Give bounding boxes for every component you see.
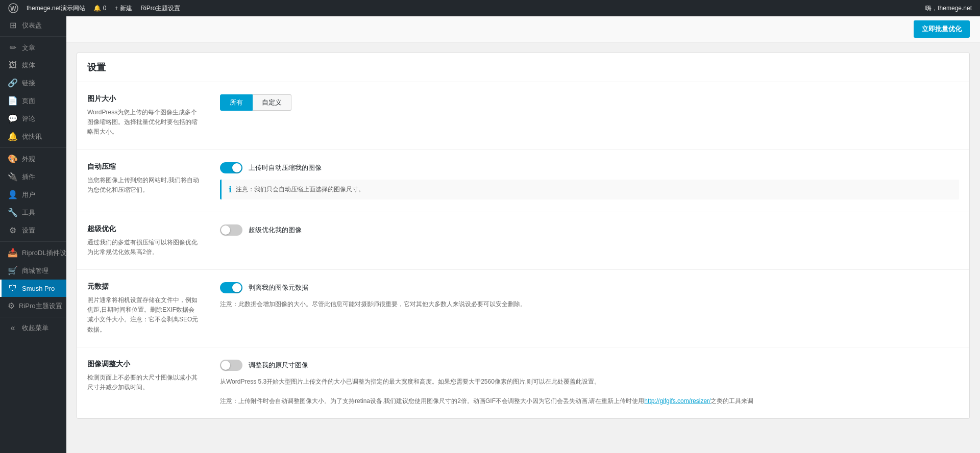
settings-icon: ⚙ (8, 225, 18, 235)
image-resize-note: 从WordPress 5.3开始大型图片上传文件的大小已调整为指定的最大宽度和高… (220, 377, 959, 407)
metadata-row: 元数据 照片通常将相机设置存储在文件中，例如焦距,日期时间和位置。删除EXIF数… (77, 270, 969, 347)
bulk-optimize-button[interactable]: 立即批量优化 (914, 20, 970, 38)
metadata-right: 剥离我的图像元数据 注意：此数据会增加图像的大小。尽管此信息可能对摄影师很重要，… (220, 282, 959, 309)
menu-separator-3 (0, 241, 66, 242)
image-resize-right: 调整我的原尺寸图像 从WordPress 5.3开始大型图片上传文件的大小已调整… (220, 360, 959, 407)
sidebar-item-settings-label: 设置 (22, 226, 35, 235)
image-size-row: 图片大小 WordPress为您上传的每个图像生成多个图像缩略图。选择批量优化时… (77, 82, 969, 150)
sidebar-item-comments-label: 评论 (22, 114, 35, 123)
auto-compress-title: 自动压缩 (87, 162, 200, 171)
sidebar-item-users-label: 用户 (22, 190, 35, 199)
image-resize-left: 图像调整大小 检测页面上不必要的大尺寸图像以减小其尺寸并减少加载时间。 (87, 360, 200, 392)
size-btn-custom[interactable]: 自定义 (253, 94, 291, 111)
wp-logo-link[interactable]: W (4, 3, 22, 13)
smush-icon: 🛡 (8, 284, 18, 293)
settings-wrap: 设置 图片大小 WordPress为您上传的每个图像生成多个图像缩略图。选择批量… (66, 42, 980, 439)
sidebar-item-updates-label: 优快讯 (22, 132, 42, 141)
sidebar-item-plugins[interactable]: 🔌 插件 (0, 168, 66, 186)
admin-bar: W themege.net演示网站 🔔 0 + 新建 RiPro主题设置 嗨，t… (0, 0, 980, 16)
sidebar-item-updates[interactable]: 🔔 优快讯 (0, 128, 66, 145)
top-action-bar: 立即批量优化 (66, 16, 980, 42)
appearance-icon: 🎨 (8, 154, 18, 164)
metadata-toggle[interactable] (220, 282, 242, 293)
notification-count: 0 (103, 5, 107, 12)
auto-compress-toggle-row: 上传时自动压缩我的图像 (220, 162, 959, 173)
user-label: 嗨，themege.net (925, 4, 972, 13)
sidebar-item-tools-label: 工具 (22, 208, 35, 217)
super-optimize-toggle-label: 超级优化我的图像 (249, 225, 302, 235)
image-resize-toggle-row: 调整我的原尺寸图像 (220, 360, 959, 371)
sidebar-item-links[interactable]: 🔗 链接 (0, 74, 66, 92)
notifications-link[interactable]: 🔔 0 (89, 5, 111, 12)
menu-list: ⊞ 仪表盘 ✏ 文章 🖼 媒体 🔗 链接 📄 页面 💬 评论 (0, 16, 66, 337)
sidebar-item-tools[interactable]: 🔧 工具 (0, 204, 66, 221)
sidebar-item-smush-label: Smush Pro (22, 285, 55, 292)
super-optimize-toggle-row: 超级优化我的图像 (220, 224, 959, 236)
sidebar-item-appearance[interactable]: 🎨 外观 (0, 150, 66, 168)
metadata-toggle-row: 剥离我的图像元数据 (220, 282, 959, 293)
image-resize-toggle[interactable] (220, 360, 242, 371)
ripro-link[interactable]: RiPro主题设置 (136, 4, 184, 13)
sidebar-item-ripro-theme[interactable]: ⚙ RiPro主题设置 (0, 297, 66, 315)
new-content-link[interactable]: + 新建 (110, 4, 136, 13)
sidebar-item-shop[interactable]: 🛒 商城管理 (0, 262, 66, 280)
site-name-text: themege.net演示网站 (27, 4, 85, 13)
image-resize-slider (220, 360, 242, 371)
image-resize-row: 图像调整大小 检测页面上不必要的大尺寸图像以减小其尺寸并减少加载时间。 调整我的… (77, 347, 969, 419)
sidebar-item-settings[interactable]: ⚙ 设置 (0, 221, 66, 239)
sidebar-item-posts[interactable]: ✏ 文章 (0, 39, 66, 57)
sidebar-item-ripro-theme-label: RiPro主题设置 (19, 301, 62, 311)
sidebar-item-appearance-label: 外观 (22, 155, 35, 164)
resize-tool-link[interactable]: http://gifgifs.com/resizer/ (644, 397, 710, 405)
image-size-right: 所有 自定义 (220, 94, 959, 111)
auto-compress-note: 注意：我们只会自动压缩上面选择的图像尺寸。 (236, 185, 364, 194)
comments-icon: 💬 (8, 114, 18, 123)
auto-compress-info-box: ℹ 注意：我们只会自动压缩上面选择的图像尺寸。 (220, 180, 959, 199)
new-content-label: 新建 (120, 4, 132, 13)
sidebar-item-collapse[interactable]: « 收起菜单 (0, 319, 66, 337)
ripro-label: RiPro主题设置 (140, 4, 180, 13)
tools-icon: 🔧 (8, 208, 18, 217)
auto-compress-toggle-label: 上传时自动压缩我的图像 (249, 163, 322, 172)
collapse-icon: « (8, 323, 18, 333)
auto-compress-toggle[interactable] (220, 162, 242, 173)
super-optimize-toggle[interactable] (220, 224, 242, 236)
sidebar-item-media-label: 媒体 (22, 61, 35, 70)
metadata-note: 注意：此数据会增加图像的大小。尽管此信息可能对摄影师很重要，它对其他大多数人来说… (220, 299, 959, 309)
size-btn-all[interactable]: 所有 (220, 94, 253, 111)
sidebar-item-shop-label: 商城管理 (22, 266, 48, 275)
sidebar-item-riprodl[interactable]: 📥 RiproDL插件设置 (0, 244, 66, 262)
sidebar-item-smush[interactable]: 🛡 Smush Pro (0, 280, 66, 297)
user-greeting[interactable]: 嗨，themege.net (921, 4, 976, 13)
image-size-description: WordPress为您上传的每个图像生成多个图像缩略图。选择批量优化时要包括的缩… (87, 108, 200, 137)
site-name-link[interactable]: themege.net演示网站 (22, 4, 89, 13)
sidebar: ⊞ 仪表盘 ✏ 文章 🖼 媒体 🔗 链接 📄 页面 💬 评论 (0, 16, 66, 453)
auto-compress-description: 当您将图像上传到您的网站时,我们将自动为您优化和压缩它们。 (87, 175, 200, 195)
super-optimize-title: 超级优化 (87, 224, 200, 234)
sidebar-item-dashboard[interactable]: ⊞ 仪表盘 (0, 16, 66, 34)
super-optimize-right: 超级优化我的图像 (220, 224, 959, 242)
sidebar-item-pages[interactable]: 📄 页面 (0, 92, 66, 110)
dashboard-icon: ⊞ (8, 20, 18, 30)
metadata-title: 元数据 (87, 282, 200, 291)
plugins-icon: 🔌 (8, 172, 18, 182)
menu-separator-2 (0, 147, 66, 148)
sidebar-item-links-label: 链接 (22, 79, 35, 88)
super-optimize-row: 超级优化 通过我们的多道有损压缩可以将图像优化为比常规优化效果高2倍。 超级优化… (77, 212, 969, 270)
sidebar-item-riprodl-label: RiproDL插件设置 (22, 248, 66, 258)
super-optimize-slider (220, 224, 242, 236)
sidebar-item-comments[interactable]: 💬 评论 (0, 110, 66, 128)
updates-icon: 🔔 (8, 132, 18, 141)
metadata-description: 照片通常将相机设置存储在文件中，例如焦距,日期时间和位置。删除EXIF数据会减小… (87, 295, 200, 335)
sidebar-item-posts-label: 文章 (22, 43, 35, 53)
svg-text:W: W (10, 5, 16, 12)
metadata-slider (220, 282, 242, 293)
auto-compress-row: 自动压缩 当您将图像上传到您的网站时,我们将自动为您优化和压缩它们。 上传时自动… (77, 150, 969, 212)
auto-compress-right: 上传时自动压缩我的图像 ℹ 注意：我们只会自动压缩上面选择的图像尺寸。 (220, 162, 959, 199)
main-content: 立即批量优化 设置 图片大小 WordPress为您上传的每个图像生成多个图像缩… (66, 16, 980, 453)
sidebar-item-media[interactable]: 🖼 媒体 (0, 57, 66, 74)
media-icon: 🖼 (8, 61, 18, 70)
shop-icon: 🛒 (8, 266, 18, 275)
ripro-theme-icon: ⚙ (8, 301, 15, 311)
sidebar-item-users[interactable]: 👤 用户 (0, 186, 66, 204)
